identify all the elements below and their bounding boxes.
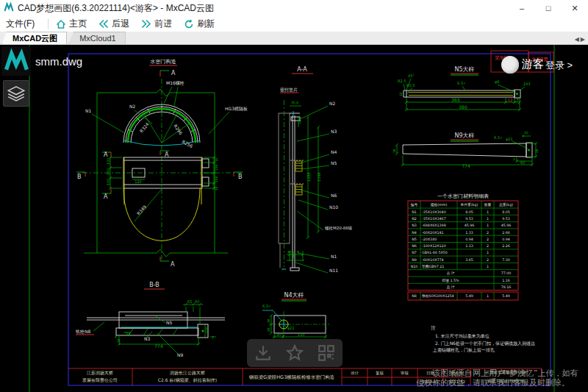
table-cell: -35X10X3467 — [422, 217, 446, 221]
table-cell: 2.66 — [502, 231, 510, 235]
table-cell: N1 — [412, 210, 417, 214]
user-avatar[interactable] — [501, 56, 519, 74]
tab-scroll-right-icon[interactable]: ▶ — [581, 36, 587, 43]
cad-canvas[interactable]: 水密门构造AAAAABBN1N2HG3横隔板M16螺栓R324R296R256R… — [0, 45, 588, 392]
tab-scroll-left-icon[interactable]: ◀ — [575, 36, 581, 43]
cad-label: 2 — [115, 334, 117, 338]
back-button[interactable]: 后退 — [98, 18, 129, 30]
table-cell: 8.05 — [502, 210, 510, 214]
cad-label: 120 — [135, 179, 142, 184]
cad-label: 10 — [399, 92, 403, 96]
maximize-button[interactable]: □ — [535, 0, 562, 16]
tab-scroll-arrows[interactable]: ◀▶ — [575, 36, 587, 43]
cad-label: A — [165, 152, 169, 158]
cad-label: R256 — [182, 139, 194, 149]
table-header-cell: 总重(kg) — [499, 202, 513, 207]
cad-label: 2X3 — [523, 82, 531, 86]
cad-label: 10 — [215, 186, 218, 190]
cad-label: 100 — [106, 157, 110, 165]
cad-label: 60 — [195, 299, 199, 304]
cad-label: 74 — [298, 120, 302, 124]
table-cell: 2 — [487, 231, 489, 235]
cad-label: 30 — [392, 149, 396, 153]
table-cell: -100X12X120 — [422, 244, 446, 248]
field-review: 审核 — [401, 371, 409, 375]
table-cell: N10 — [411, 265, 418, 268]
window-titlebar: CAD梦想画图(6.3.20221114)<游客> - MxCAD云图 – □ … — [0, 0, 588, 16]
cad-label: 150 — [215, 176, 218, 182]
cad-label: A — [104, 152, 108, 158]
download-button[interactable] — [254, 343, 273, 363]
cad-label: 380 — [459, 104, 467, 110]
company-line1: 江苏润扬大桥 — [87, 370, 113, 376]
tab-mxcloud1[interactable]: MxCloud1 — [68, 32, 126, 44]
minimize-button[interactable]: – — [509, 0, 535, 16]
table-cell: 1 — [487, 210, 489, 214]
cad-label: φ6 — [495, 79, 499, 85]
table-cell: N8 — [412, 294, 417, 298]
login-link[interactable]: 登录 > — [545, 59, 573, 72]
note-line: 上需钻螺栓孔，门板上留一排孔 — [432, 347, 495, 353]
menu-file-label: 文件(F) — [6, 18, 35, 30]
table-cell: N9 — [412, 258, 417, 262]
view-title-bb: B-B — [149, 282, 159, 288]
forward-button[interactable]: 前进 — [141, 18, 172, 30]
field-design: 设计 — [351, 371, 359, 375]
cad-label: φ21 — [287, 326, 295, 331]
home-button[interactable]: 主页 — [56, 18, 87, 30]
tab-mxcad[interactable]: MxCAD云图 — [1, 32, 67, 44]
cad-label: 10 — [524, 131, 528, 135]
table-cell: 9.53 — [502, 217, 510, 221]
cad-label: B — [77, 174, 82, 180]
menu-file[interactable]: 文件(F) — [6, 18, 35, 30]
aa-section — [279, 100, 329, 273]
qrcode-button[interactable] — [317, 343, 336, 363]
table-header-cell: 数量 — [484, 203, 492, 207]
project-line1: 润扬长江公路大桥 — [170, 370, 205, 376]
table-cell: N3 — [412, 224, 417, 227]
table-summary-label: 焊缝 1.5% — [442, 278, 459, 282]
layers-icon — [7, 85, 26, 102]
cad-label: 100 — [106, 178, 110, 185]
home-icon — [56, 19, 66, 29]
back-icon — [98, 19, 109, 29]
table-cell: 1 — [487, 251, 489, 254]
table-title: 一个水密门材料明细表 — [437, 193, 489, 199]
cad-label: 3 — [516, 98, 519, 102]
cad-label: R2.5 — [398, 79, 406, 83]
table-cell: 2.26 — [502, 244, 510, 248]
favorite-button[interactable] — [285, 343, 304, 363]
cad-label: N6 — [331, 193, 337, 198]
cad-label: 8 — [297, 250, 299, 254]
refresh-icon — [184, 19, 194, 29]
refresh-button[interactable]: 刷新 — [184, 18, 215, 30]
table-cell: 1 — [487, 294, 489, 298]
view-title-plan: 水密门构造 — [151, 59, 176, 65]
table-header-cell: 编号 — [411, 203, 418, 207]
cad-label: 35.6 — [291, 101, 298, 104]
cad-label: 774 — [154, 343, 163, 349]
table-cell: -20X380 — [422, 238, 437, 241]
table-cell: GB91-86 5X50 — [422, 251, 448, 254]
cad-label: 1288 — [306, 172, 311, 182]
cad-label: 65 — [187, 299, 192, 304]
toolbar-separator — [48, 19, 49, 29]
view-title-n5: N5大样 — [454, 66, 474, 73]
cad-label: 110 — [205, 327, 209, 333]
mxcad-logo-button[interactable] — [1, 46, 31, 76]
tab-mxcloud1-label: MxCloud1 — [79, 34, 116, 43]
cad-label: R349 — [136, 204, 148, 215]
app-window: CAD梦想画图(6.3.20221114)<游客> - MxCAD云图 – □ … — [0, 0, 588, 392]
view-title-n9: N9大样 — [454, 132, 474, 139]
table-summary-label: 合 计 — [446, 271, 454, 276]
cad-label: N2 — [129, 104, 135, 109]
cad-label: HG3横隔板 — [225, 106, 248, 112]
refresh-label: 刷新 — [197, 18, 215, 30]
window-title: CAD梦想画图(6.3.20221114)<游客> - MxCAD云图 — [18, 2, 214, 15]
company-line2: 发展有限责任公司 — [82, 377, 118, 383]
table-cell: -60X20X141 — [422, 231, 444, 235]
close-button[interactable]: ✕ — [562, 0, 588, 16]
cad-label: 10 — [215, 157, 218, 162]
table-cell: 0.94 — [465, 238, 473, 241]
layers-button[interactable] — [3, 80, 29, 107]
